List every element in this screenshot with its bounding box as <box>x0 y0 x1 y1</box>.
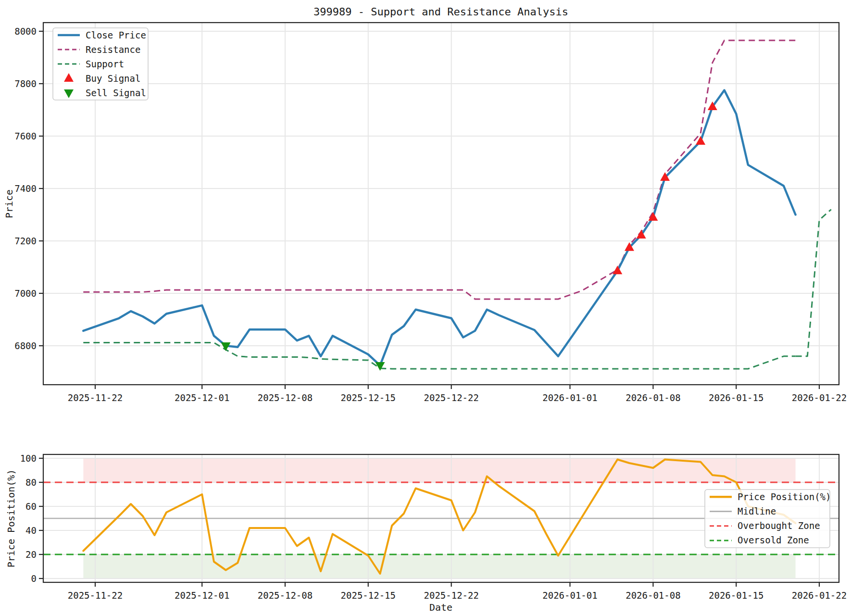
legend-label: Sell Signal <box>86 88 146 98</box>
x-tick-label: 2025-12-15 <box>341 392 396 403</box>
y-tick-label: 100 <box>20 453 37 464</box>
x-tick-label: 2026-01-22 <box>792 392 847 403</box>
x-tick-label: 2025-12-15 <box>341 590 396 601</box>
x-tick-label: 2026-01-01 <box>542 392 597 403</box>
support-resistance-chart: 2025-11-222025-12-012025-12-082025-12-15… <box>0 0 851 616</box>
x-tick-label: 2025-11-22 <box>68 590 123 601</box>
x-tick-label: 2026-01-01 <box>542 590 597 601</box>
chart-figure: 2025-11-222025-12-012025-12-082025-12-15… <box>0 0 851 616</box>
legend-label: Support <box>86 59 124 69</box>
x-tick-label: 2025-12-22 <box>424 590 479 601</box>
sell-signal-marker <box>375 362 385 371</box>
y-tick-label: 60 <box>25 501 37 512</box>
position-y-axis-label: Price Position(%) <box>5 469 17 568</box>
x-tick-label: 2026-01-15 <box>709 392 763 403</box>
position-chart-axes: 2025-11-222025-12-012025-12-082025-12-15… <box>20 453 847 601</box>
legend-label: Oversold Zone <box>738 535 809 545</box>
x-tick-label: 2025-12-01 <box>175 392 229 403</box>
legend-label: Buy Signal <box>86 73 140 84</box>
chart-title: 399989 - Support and Resistance Analysis <box>313 6 568 18</box>
y-tick-label: 7600 <box>14 131 37 141</box>
legend-label: Midline <box>738 506 776 516</box>
x-tick-label: 2026-01-22 <box>792 590 847 601</box>
resistance-line <box>83 40 795 299</box>
x-tick-label: 2025-12-08 <box>258 590 313 601</box>
close-price-line <box>83 90 795 365</box>
x-tick-label: 2026-01-08 <box>626 590 680 601</box>
x-tick-label: 2026-01-08 <box>626 392 680 403</box>
y-tick-label: 20 <box>25 549 37 560</box>
y-tick-label: 6800 <box>14 340 37 351</box>
x-tick-label: 2025-12-01 <box>175 590 229 601</box>
legend-label: Overbought Zone <box>738 520 820 531</box>
x-tick-label: 2025-12-22 <box>424 392 479 403</box>
price-chart-axes: 2025-11-222025-12-012025-12-082025-12-15… <box>14 23 847 403</box>
y-tick-label: 0 <box>31 573 37 584</box>
legend-label: Close Price <box>86 30 146 40</box>
x-tick-label: 2025-12-08 <box>258 392 313 403</box>
y-tick-label: 40 <box>25 525 37 536</box>
y-tick-label: 80 <box>25 477 37 488</box>
x-tick-label: 2025-11-22 <box>68 392 123 403</box>
x-tick-label: 2026-01-15 <box>709 590 763 601</box>
support-line <box>83 343 795 369</box>
price-y-axis-label: Price <box>3 189 15 218</box>
buy-signal-marker <box>613 265 622 274</box>
x-axis-label: Date <box>429 602 452 613</box>
axes-spine <box>43 23 839 385</box>
support-line-extension <box>796 210 831 356</box>
oversold-zone-shading <box>83 554 795 578</box>
y-tick-label: 7000 <box>14 288 37 299</box>
y-tick-label: 7400 <box>14 183 37 194</box>
y-tick-label: 8000 <box>14 26 37 37</box>
y-tick-label: 7800 <box>14 78 37 89</box>
legend-label: Price Position(%) <box>738 491 831 502</box>
y-tick-label: 7200 <box>14 236 37 246</box>
legend-label: Resistance <box>86 44 140 55</box>
